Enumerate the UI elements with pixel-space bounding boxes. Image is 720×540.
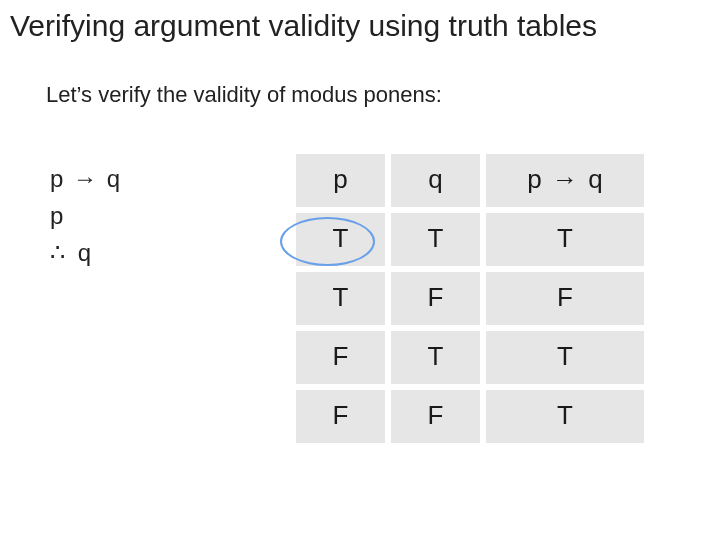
therefore-icon: ∴ xyxy=(50,234,71,271)
truth-table-wrap: p q p → q T T T T F F xyxy=(290,148,650,449)
cell: T xyxy=(486,213,644,266)
cell: F xyxy=(296,331,385,384)
table-row: F F T xyxy=(296,390,644,443)
intro-text: Let’s verify the validity of modus ponen… xyxy=(46,82,442,108)
arrow-icon: → xyxy=(70,160,100,197)
cell: F xyxy=(391,390,480,443)
conclusion: q xyxy=(78,239,91,266)
table-body: T T T T F F F T T F F T xyxy=(296,213,644,443)
col-header-p-label: p xyxy=(527,164,541,194)
cell: F xyxy=(391,272,480,325)
premise-1-left: p xyxy=(50,165,63,192)
premise-1: p → q xyxy=(50,160,120,197)
cell: T xyxy=(391,213,480,266)
col-header-p-implies-q: p → q xyxy=(486,154,644,207)
cell: T xyxy=(486,390,644,443)
conclusion-row: ∴ q xyxy=(50,234,120,271)
cell: F xyxy=(486,272,644,325)
col-header-q: q xyxy=(391,154,480,207)
table-header-row: p q p → q xyxy=(296,154,644,207)
table-row: T T T xyxy=(296,213,644,266)
col-header-p: p xyxy=(296,154,385,207)
premise-2: p xyxy=(50,197,120,234)
cell: T xyxy=(391,331,480,384)
argument-block: p → q p ∴ q xyxy=(50,160,120,272)
cell: T xyxy=(486,331,644,384)
table-row: T F F xyxy=(296,272,644,325)
premise-1-right: q xyxy=(107,165,120,192)
page-title: Verifying argument validity using truth … xyxy=(10,8,710,44)
cell: F xyxy=(296,390,385,443)
truth-table: p q p → q T T T T F F xyxy=(290,148,650,449)
cell: T xyxy=(296,272,385,325)
table-row: F T T xyxy=(296,331,644,384)
slide: Verifying argument validity using truth … xyxy=(0,0,720,540)
arrow-icon: → xyxy=(549,164,581,195)
cell: T xyxy=(296,213,385,266)
col-header-q-label: q xyxy=(588,164,602,194)
